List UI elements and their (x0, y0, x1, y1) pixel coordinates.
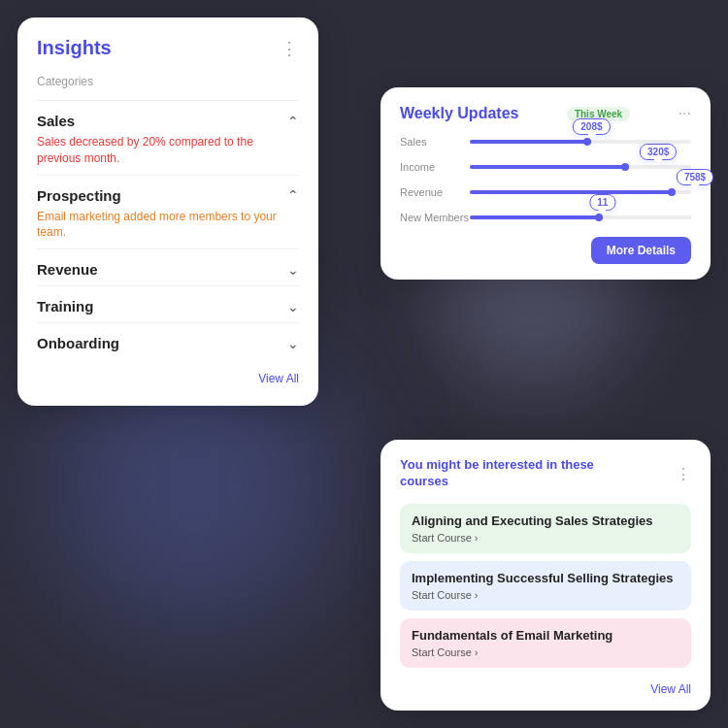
category-prospecting-name: Prospecting (37, 187, 121, 204)
chart-fill-newmembers: 11 (470, 215, 603, 219)
weekly-header: Weekly Updates This Week ··· (400, 105, 691, 122)
chart-track-revenue: 758$ (470, 190, 691, 194)
chart-label-revenue: Revenue (400, 186, 470, 198)
chevron-up-icon: ⌃ (287, 114, 299, 129)
chart-label-sales: Sales (400, 136, 470, 148)
insights-title: Insights (37, 37, 112, 59)
chevron-up-icon-2: ⌃ (287, 187, 299, 203)
chart-label-income: Income (400, 161, 470, 173)
courses-card: You might be interested in these courses… (381, 440, 711, 711)
category-training: Training ⌄ (37, 285, 299, 322)
insights-view-all-link[interactable]: View All (258, 372, 299, 385)
category-prospecting: Prospecting ⌃ Email marketing added more… (37, 175, 299, 249)
insights-dots-icon[interactable]: ⋮ (281, 38, 299, 59)
chart-fill-revenue: 758$ (470, 190, 676, 194)
chart-dot-income (621, 163, 629, 171)
category-revenue: Revenue ⌄ (37, 248, 299, 285)
category-training-row[interactable]: Training ⌄ (37, 298, 299, 314)
chevron-down-icon-3: ⌄ (287, 336, 299, 351)
chart-tooltip-sales: 208$ (573, 118, 610, 135)
chart-track-income: 320$ (470, 165, 691, 169)
category-prospecting-row[interactable]: Prospecting ⌃ (37, 187, 299, 204)
courses-title: You might be interested in these courses (400, 457, 643, 490)
course-start-3[interactable]: Start Course › (412, 646, 679, 658)
courses-view-all-link[interactable]: View All (650, 682, 691, 696)
chart-tooltip-newmembers: 11 (589, 194, 615, 211)
category-onboarding-row[interactable]: Onboarding ⌄ (37, 335, 299, 351)
courses-header: You might be interested in these courses… (400, 457, 691, 490)
chevron-down-icon: ⌄ (287, 262, 299, 278)
categories-label: Categories (37, 75, 299, 88)
chart-row-income: Income 320$ (400, 161, 691, 173)
category-training-name: Training (37, 298, 93, 314)
course-name-2: Implementing Successful Selling Strategi… (412, 571, 679, 585)
course-list: Aligning and Executing Sales Strategies … (400, 504, 691, 668)
chevron-down-icon-2: ⌄ (287, 299, 299, 314)
course-start-2[interactable]: Start Course › (412, 589, 679, 601)
weekly-card: Weekly Updates This Week ··· Sales 208$ … (381, 87, 711, 280)
chart-row-revenue: Revenue 758$ (400, 186, 691, 198)
insights-card: Insights ⋮ Categories Sales ⌃ Sales decr… (17, 17, 318, 406)
chart-tooltip-income: 320$ (640, 144, 677, 160)
category-sales-row[interactable]: Sales ⌃ (37, 113, 299, 129)
course-name-1: Aligning and Executing Sales Strategies (412, 513, 679, 528)
course-item-3: Fundamentals of Email Marketing Start Co… (400, 618, 691, 668)
insights-view-all-row: View All (37, 359, 299, 386)
chart-tooltip-revenue: 758$ (677, 169, 713, 185)
category-revenue-row[interactable]: Revenue ⌄ (37, 261, 299, 278)
chart-fill-sales: 208$ (470, 140, 591, 144)
chart-track-newmembers: 11 (470, 215, 691, 219)
category-sales-name: Sales (37, 113, 75, 129)
chart-label-newmembers: New Members (400, 212, 470, 223)
course-item-1: Aligning and Executing Sales Strategies … (400, 504, 691, 553)
category-revenue-name: Revenue (37, 261, 98, 278)
category-sales: Sales ⌃ Sales decreased by 20% compared … (37, 100, 299, 175)
chart-dot-newmembers (595, 214, 603, 221)
chart-row-newmembers: New Members 11 (400, 212, 691, 223)
course-name-3: Fundamentals of Email Marketing (412, 628, 679, 643)
chart-fill-income: 320$ (470, 165, 629, 169)
weekly-dots-icon[interactable]: ··· (678, 105, 691, 122)
weekly-title: Weekly Updates (400, 105, 518, 122)
chart-area: Sales 208$ Income 320$ Revenue (400, 136, 691, 223)
category-prospecting-detail: Email marketing added more members to yo… (37, 209, 299, 242)
chart-dot-revenue (668, 188, 676, 196)
courses-dots-icon[interactable]: ⋮ (676, 465, 691, 483)
course-start-1[interactable]: Start Course › (412, 532, 679, 544)
category-onboarding-name: Onboarding (37, 335, 119, 351)
more-details-button[interactable]: More Details (591, 237, 691, 264)
category-onboarding: Onboarding ⌄ (37, 322, 299, 359)
chart-dot-sales (583, 138, 591, 146)
course-item-2: Implementing Successful Selling Strategi… (400, 561, 691, 611)
insights-header: Insights ⋮ (37, 37, 299, 59)
category-sales-detail: Sales decreased by 20% compared to the p… (37, 134, 299, 167)
courses-view-all-row: View All (400, 676, 691, 697)
